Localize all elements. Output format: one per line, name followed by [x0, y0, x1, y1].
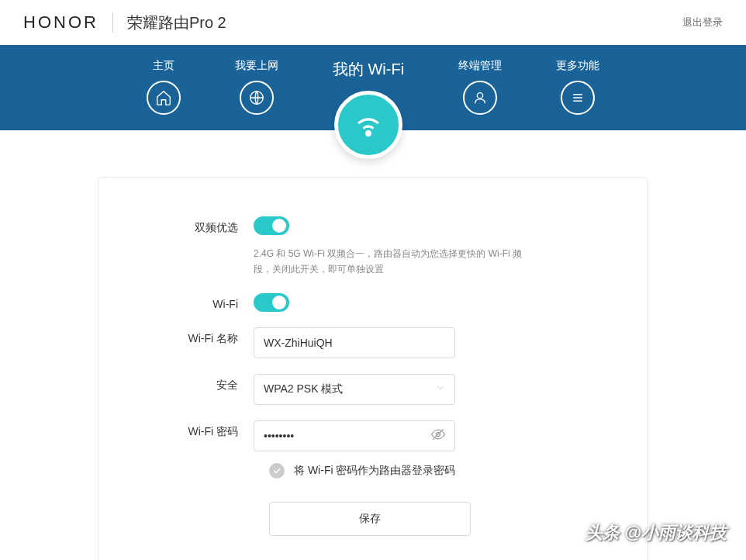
nav-wifi[interactable]: 我的 Wi-Fi [333, 59, 404, 159]
nav-bar: 主页 我要上网 我的 Wi-Fi 终端管理 更多功能 [0, 45, 746, 130]
wifi-enable-toggle[interactable] [254, 293, 289, 312]
password-label: Wi-Fi 密码 [153, 420, 254, 439]
wifi-enable-row: Wi-Fi [153, 293, 593, 312]
save-button[interactable]: 保存 [269, 502, 471, 536]
dual-band-label: 双频优选 [153, 216, 254, 235]
wifi-settings-card: 双频优选 2.4G 和 5G Wi-Fi 双频合一，路由器自动为您选择更快的 W… [98, 177, 648, 560]
brand-logo: HONOR [23, 12, 98, 33]
nav-devices-label: 终端管理 [458, 59, 502, 73]
logout-link[interactable]: 退出登录 [682, 16, 723, 29]
header-bar: HONOR 荣耀路由Pro 2 退出登录 [0, 0, 746, 45]
wifi-password-input[interactable] [254, 420, 455, 451]
globe-icon [240, 81, 274, 115]
svg-point-1 [367, 132, 371, 136]
nav-more[interactable]: 更多功能 [556, 59, 599, 115]
security-row: 安全 WPA2 PSK 模式 [153, 374, 593, 405]
use-as-login-row: 将 Wi-Fi 密码作为路由器登录密码 [269, 463, 593, 479]
security-label: 安全 [153, 374, 254, 392]
nav-home-label: 主页 [153, 59, 174, 73]
home-icon [147, 81, 181, 115]
nav-wifi-label: 我的 Wi-Fi [333, 59, 404, 80]
dual-band-row: 双频优选 2.4G 和 5G Wi-Fi 双频合一，路由器自动为您选择更快的 W… [153, 216, 593, 278]
use-as-login-label: 将 Wi-Fi 密码作为路由器登录密码 [294, 464, 455, 478]
wifi-name-label: Wi-Fi 名称 [153, 327, 254, 346]
wifi-name-input[interactable] [254, 327, 455, 358]
header-left: HONOR 荣耀路由Pro 2 [23, 12, 226, 33]
user-icon [463, 81, 497, 115]
wifi-icon [334, 91, 402, 159]
nav-more-label: 更多功能 [556, 59, 599, 73]
content-area: 双频优选 2.4G 和 5G Wi-Fi 双频合一，路由器自动为您选择更快的 W… [0, 130, 746, 560]
wifi-name-row: Wi-Fi 名称 [153, 327, 593, 358]
password-row: Wi-Fi 密码 [153, 420, 593, 451]
eye-hidden-icon[interactable] [430, 427, 446, 445]
wifi-enable-label: Wi-Fi [153, 293, 254, 310]
security-select[interactable]: WPA2 PSK 模式 [254, 374, 455, 405]
nav-home[interactable]: 主页 [147, 59, 181, 115]
svg-point-2 [477, 93, 482, 99]
dual-band-toggle[interactable] [254, 216, 289, 235]
watermark-text: 头条 @小雨谈科技 [585, 521, 727, 544]
nav-internet-label: 我要上网 [235, 59, 278, 73]
nav-internet[interactable]: 我要上网 [235, 59, 278, 115]
menu-icon [561, 81, 595, 115]
use-as-login-checkbox[interactable] [269, 463, 285, 479]
security-value: WPA2 PSK 模式 [254, 374, 455, 405]
chevron-down-icon [435, 382, 446, 396]
dual-band-help-text: 2.4G 和 5G Wi-Fi 双频合一，路由器自动为您选择更快的 Wi-Fi … [254, 246, 533, 278]
header-divider [112, 12, 113, 33]
nav-devices[interactable]: 终端管理 [458, 59, 502, 115]
product-name: 荣耀路由Pro 2 [127, 12, 226, 33]
